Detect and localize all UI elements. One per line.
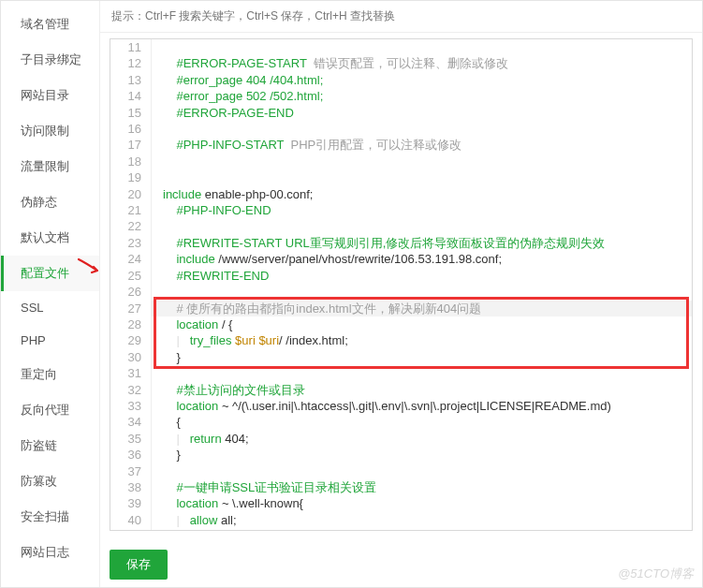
sidebar-item-reverse-proxy[interactable]: 反向代理	[1, 392, 99, 428]
sidebar-item-php[interactable]: PHP	[1, 324, 99, 357]
editor-hint: 提示：Ctrl+F 搜索关键字，Ctrl+S 保存，Ctrl+H 查找替换	[100, 1, 702, 33]
sidebar-item-tamper[interactable]: 防篡改	[1, 463, 99, 499]
sidebar-item-antileech[interactable]: 防盗链	[1, 428, 99, 463]
main-panel: 提示：Ctrl+F 搜索关键字，Ctrl+S 保存，Ctrl+H 查找替换 11…	[100, 1, 702, 587]
code-line-41[interactable]: 41 | }	[110, 528, 692, 531]
code-line-30[interactable]: 30 }	[110, 349, 692, 365]
code-line-13[interactable]: 13 #error_page 404 /404.html;	[110, 72, 692, 88]
code-line-36[interactable]: 36 }	[110, 447, 692, 463]
code-line-28[interactable]: 28 location / {	[110, 316, 692, 332]
code-line-11[interactable]: 11	[110, 39, 692, 55]
code-line-35[interactable]: 35 | return 404;	[110, 431, 692, 447]
code-line-22[interactable]: 22	[110, 218, 692, 234]
code-line-16[interactable]: 16	[110, 121, 692, 137]
code-line-29[interactable]: 29 | try_files $uri $uri/ /index.html;	[110, 332, 692, 348]
code-line-19[interactable]: 19	[110, 169, 692, 185]
sidebar-item-site-log[interactable]: 网站日志	[1, 535, 99, 570]
code-line-33[interactable]: 33 location ~ ^/(\.user.ini|\.htaccess|\…	[110, 398, 692, 414]
code-line-25[interactable]: 25 #REWRITE-END	[110, 268, 692, 284]
sidebar-item-subdir-bind[interactable]: 子目录绑定	[1, 42, 99, 78]
code-line-20[interactable]: 20include enable-php-00.conf;	[110, 186, 692, 202]
sidebar-item-rewrite[interactable]: 伪静态	[1, 184, 99, 220]
code-line-38[interactable]: 38 #一键申请SSL证书验证目录相关设置	[110, 479, 692, 495]
code-line-24[interactable]: 24 include /www/server/panel/vhost/rewri…	[110, 251, 692, 267]
watermark: @51CTO博客	[618, 566, 694, 582]
sidebar-item-config-file[interactable]: 配置文件	[1, 256, 99, 291]
code-line-17[interactable]: 17 #PHP-INFO-START PHP引用配置，可以注释或修改	[110, 137, 692, 153]
sidebar-item-default-doc[interactable]: 默认文档	[1, 220, 99, 256]
sidebar-item-domain-manage[interactable]: 域名管理	[1, 7, 99, 42]
sidebar-item-site-dir[interactable]: 网站目录	[1, 78, 99, 113]
sidebar-item-access-limit[interactable]: 访问限制	[1, 113, 99, 149]
sidebar-item-redirect[interactable]: 重定向	[1, 357, 99, 392]
sidebar: 域名管理子目录绑定网站目录访问限制流量限制伪静态默认文档配置文件SSLPHP重定…	[1, 1, 100, 587]
sidebar-item-ssl[interactable]: SSL	[1, 291, 99, 324]
code-line-31[interactable]: 31	[110, 365, 692, 381]
save-button[interactable]: 保存	[110, 550, 168, 580]
code-line-15[interactable]: 15 #ERROR-PAGE-END	[110, 105, 692, 121]
code-line-40[interactable]: 40 | allow all;	[110, 512, 692, 528]
sidebar-item-security-scan[interactable]: 安全扫描	[1, 499, 99, 535]
code-line-14[interactable]: 14 #error_page 502 /502.html;	[110, 88, 692, 104]
code-line-34[interactable]: 34 {	[110, 414, 692, 430]
code-line-21[interactable]: 21 #PHP-INFO-END	[110, 202, 692, 218]
code-line-23[interactable]: 23 #REWRITE-START URL重写规则引用,修改后将导致面板设置的伪…	[110, 235, 692, 251]
code-line-26[interactable]: 26	[110, 284, 692, 300]
code-line-27[interactable]: 27 # 使所有的路由都指向index.html文件，解决刷新404问题	[110, 301, 692, 316]
sidebar-item-traffic-limit[interactable]: 流量限制	[1, 149, 99, 184]
config-editor[interactable]: 1112 #ERROR-PAGE-START 错误页配置，可以注释、删除或修改1…	[110, 38, 693, 531]
code-line-39[interactable]: 39 location ~ \.well-known{	[110, 495, 692, 511]
code-line-32[interactable]: 32 #禁止访问的文件或目录	[110, 382, 692, 398]
code-line-18[interactable]: 18	[110, 154, 692, 169]
code-line-12[interactable]: 12 #ERROR-PAGE-START 错误页配置，可以注释、删除或修改	[110, 55, 692, 71]
code-line-37[interactable]: 37	[110, 463, 692, 479]
